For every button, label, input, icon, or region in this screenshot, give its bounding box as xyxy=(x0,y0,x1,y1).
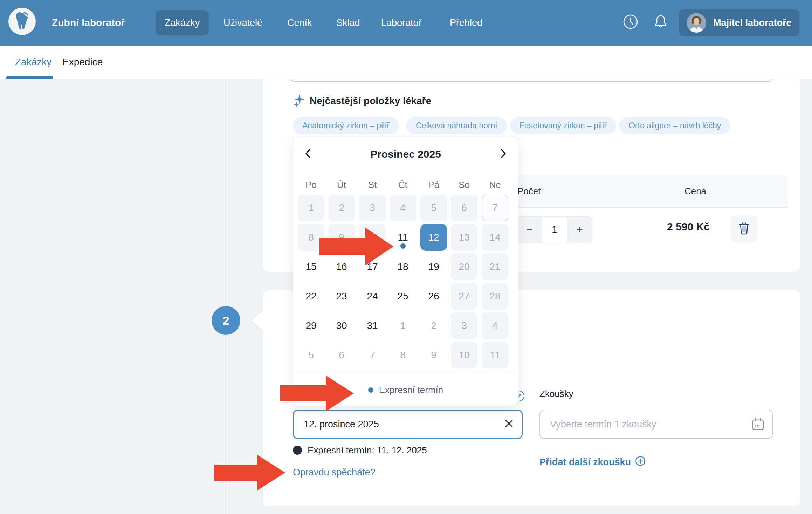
nav-item-uzivatele[interactable]: Uživatelé xyxy=(223,0,262,46)
quantity-value[interactable]: 1 xyxy=(542,217,566,243)
calendar-day: 7 xyxy=(482,195,508,221)
clear-date-button[interactable] xyxy=(501,417,517,432)
clock-icon xyxy=(622,14,639,31)
bell-icon xyxy=(653,14,668,31)
calendar-day: 3 xyxy=(359,195,386,221)
calendar-day: 1 xyxy=(298,195,324,221)
content-divider xyxy=(225,79,226,514)
info-icon: i xyxy=(293,446,302,455)
nav-item-zakazky[interactable]: Zakázky xyxy=(156,10,209,35)
tab-zakazky[interactable]: Zakázky xyxy=(15,46,51,79)
calendar-day: 7 xyxy=(359,342,386,368)
calendar-day: 28 xyxy=(482,283,508,310)
notifications-button[interactable] xyxy=(652,13,670,32)
app-logo xyxy=(8,8,36,35)
calendar-day: 10 xyxy=(359,224,386,251)
calendar-day[interactable]: 22 xyxy=(298,283,324,310)
sparkle-icon xyxy=(292,93,307,108)
chip-item[interactable]: Fasetovaný zirkon – pilíř xyxy=(510,117,616,134)
calendar-day: 1 xyxy=(390,312,416,339)
calendar-day: 20 xyxy=(451,253,477,280)
calendar-icon[interactable] xyxy=(750,416,766,433)
calendar-day[interactable]: 16 xyxy=(328,253,355,280)
calendar-day: 4 xyxy=(390,195,416,221)
hurry-link[interactable]: Opravdu spěcháte? xyxy=(293,467,376,478)
calendar-day[interactable]: 24 xyxy=(359,283,386,310)
calendar-day: 3 xyxy=(451,312,477,339)
calendar-day: 11 xyxy=(482,342,508,368)
app-screen: Zubní laboratoř ZakázkyUživateléCeníkSkl… xyxy=(0,0,812,514)
calendar-day: 21 xyxy=(482,253,508,280)
calendar-day-selected[interactable]: 12 xyxy=(420,224,447,251)
calendar-day: 8 xyxy=(390,342,416,368)
express-note: Expresní termín: 11. 12. 2025 xyxy=(308,445,427,456)
calendar-dayname-so: So xyxy=(451,177,477,192)
express-note-row: i Expresní termín: 11. 12. 2025 xyxy=(293,444,427,456)
calendar-day: 6 xyxy=(328,342,355,368)
add-exam-label: Přidat další zkoušku xyxy=(539,457,631,468)
quantity-stepper: − 1 + xyxy=(517,216,592,243)
nav-item-prehled[interactable]: Přehled xyxy=(450,0,482,46)
nav-item-cenik[interactable]: Ceník xyxy=(287,0,312,46)
calendar-day: 10 xyxy=(451,342,477,368)
calendar-day: 4 xyxy=(482,312,508,339)
calendar-day: 13 xyxy=(451,224,477,251)
next-month-button[interactable] xyxy=(495,146,511,163)
calendar-day[interactable]: 31 xyxy=(359,312,386,339)
delete-item-button[interactable] xyxy=(731,215,757,242)
delivery-date-input[interactable]: 12. prosince 2025 xyxy=(293,410,523,439)
item-price: 2 590 Kč xyxy=(646,221,730,233)
history-button[interactable] xyxy=(621,13,640,32)
chevron-right-icon xyxy=(497,147,509,161)
nav-item-laborator[interactable]: Laboratoř xyxy=(381,0,422,46)
chip-item[interactable]: Celková náhrada horní xyxy=(406,117,507,134)
add-exam-link[interactable]: Přidat další zkoušku xyxy=(539,456,650,469)
avatar xyxy=(687,13,706,33)
calendar-day[interactable]: 23 xyxy=(328,283,355,310)
calendar-day[interactable]: 25 xyxy=(390,283,416,310)
tab-expedice[interactable]: Expedice xyxy=(62,46,103,79)
calendar-day: 5 xyxy=(420,195,447,221)
quantity-minus-button[interactable]: − xyxy=(517,217,542,243)
calendar-day: 2 xyxy=(420,312,447,339)
chip-item[interactable]: Anatomický zirkon – pilíř xyxy=(293,117,399,134)
calendar-dayname-st: St xyxy=(359,177,386,192)
top-navbar: Zubní laboratoř ZakázkyUživateléCeníkSkl… xyxy=(0,0,812,46)
exam-date-placeholder: Vyberte termín 1 zkoušky xyxy=(550,419,750,430)
calendar-day: 27 xyxy=(451,283,477,310)
calendar-dayname-ne: Ne xyxy=(482,177,508,192)
calendar-day[interactable]: 30 xyxy=(328,312,355,339)
calendar-day[interactable]: 18 xyxy=(390,253,416,280)
sub-tabbar: Zakázky Expedice xyxy=(0,46,812,79)
calendar-day[interactable]: 29 xyxy=(298,312,324,339)
active-tab-underline xyxy=(6,76,53,79)
section-title: Nejčastější položky lékaře xyxy=(310,94,431,108)
calendar-day[interactable]: 26 xyxy=(420,283,447,310)
calendar-day: 2 xyxy=(328,195,355,221)
calendar-day: 6 xyxy=(451,195,477,221)
chip-item[interactable]: Orto aligner – návrh léčby xyxy=(619,117,730,134)
calendar-day[interactable]: 17 xyxy=(359,253,386,280)
nav-item-sklad[interactable]: Sklad xyxy=(336,0,360,46)
calendar-dayname-čt: Čt xyxy=(390,177,416,192)
calendar-dayname-po: Po xyxy=(298,177,324,192)
close-icon xyxy=(504,418,514,430)
express-day-dot xyxy=(400,243,406,249)
express-dot-icon xyxy=(368,387,373,393)
trash-icon xyxy=(737,221,751,236)
quantity-plus-button[interactable]: + xyxy=(567,217,592,243)
profile-menu[interactable]: Majitel laboratoře xyxy=(679,9,799,36)
calendar-day[interactable]: 19 xyxy=(420,253,447,280)
exam-date-input[interactable]: Vyberte termín 1 zkoušky xyxy=(539,410,773,439)
calendar-day: 14 xyxy=(482,224,508,251)
calendar-day[interactable]: 15 xyxy=(298,253,324,280)
step-badge: 2 xyxy=(212,306,240,335)
calendar-legend-divider xyxy=(298,372,514,372)
calendar-day[interactable]: 11 xyxy=(390,224,416,251)
calendar-day: 9 xyxy=(420,342,447,368)
plus-circle-icon xyxy=(635,456,646,469)
delivery-date-value: 12. prosince 2025 xyxy=(304,419,501,430)
calendar-dayname-pá: Pá xyxy=(420,177,447,192)
card-notch xyxy=(251,310,263,331)
calendar-day: 8 xyxy=(298,224,324,251)
